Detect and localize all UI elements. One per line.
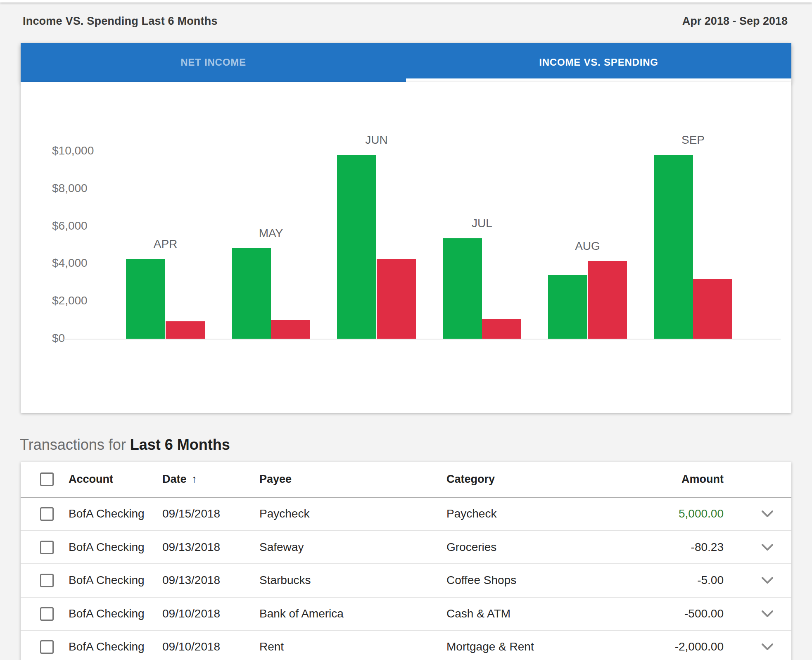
cell-amount: -5.00 (697, 564, 724, 597)
cell-category: Paycheck (446, 498, 496, 530)
bar-spending-may[interactable] (271, 320, 310, 339)
active-tab-indicator (406, 78, 791, 82)
column-header-account[interactable]: Account (69, 462, 113, 497)
bar-income-jun[interactable] (337, 155, 376, 339)
y-axis-tick-label: $10,000 (52, 145, 94, 157)
tab-income-vs-spending-label: INCOME VS. SPENDING (539, 57, 658, 68)
expand-chevron-icon[interactable] (761, 510, 774, 520)
bar-income-jul[interactable] (443, 238, 482, 339)
row-checkbox[interactable] (40, 507, 54, 521)
month-label-aug: AUG (575, 240, 600, 252)
cell-payee: Bank of America (259, 598, 344, 630)
expand-chevron-icon[interactable] (761, 544, 774, 553)
table-row[interactable]: BofA Checking09/15/2018PaycheckPaycheck5… (21, 498, 791, 531)
cell-amount: -80.23 (691, 531, 724, 564)
expand-chevron-icon[interactable] (761, 577, 774, 586)
tab-net-income-label: NET INCOME (180, 57, 246, 68)
row-checkbox[interactable] (40, 640, 54, 654)
y-axis-tick-label: $0 (52, 332, 65, 344)
table-row[interactable]: BofA Checking09/10/2018RentMortgage & Re… (21, 631, 791, 660)
cell-date: 09/15/2018 (162, 498, 220, 530)
y-axis-tick-label: $6,000 (52, 220, 88, 232)
table-row[interactable]: BofA Checking09/13/2018StarbucksCoffee S… (21, 564, 791, 598)
chart-tab-bar: NET INCOME INCOME VS. SPENDING (21, 43, 791, 82)
expand-chevron-icon[interactable] (761, 643, 774, 653)
income-vs-spending-chart: $0$2,000$4,000$6,000$8,000$10,000APRMAYJ… (21, 82, 791, 413)
table-row[interactable]: BofA Checking09/13/2018SafewayGroceries-… (21, 531, 791, 565)
bar-income-sep[interactable] (654, 155, 693, 339)
bar-income-apr[interactable] (126, 259, 165, 339)
cell-date: 09/10/2018 (162, 631, 220, 660)
column-header-payee[interactable]: Payee (259, 462, 292, 497)
cell-payee: Paycheck (259, 498, 309, 530)
cell-amount: -500.00 (684, 598, 724, 630)
transactions-heading-range: Last 6 Months (130, 436, 230, 453)
column-header-amount[interactable]: Amount (681, 462, 724, 497)
column-header-category[interactable]: Category (446, 462, 495, 497)
month-label-jun: JUN (365, 134, 387, 146)
cell-account: BofA Checking (69, 531, 145, 564)
cell-account: BofA Checking (69, 631, 145, 660)
cell-category: Mortgage & Rent (446, 631, 534, 660)
expand-chevron-icon[interactable] (761, 610, 774, 620)
row-checkbox[interactable] (40, 607, 54, 621)
cell-amount: 5,000.00 (679, 498, 724, 530)
cell-account: BofA Checking (69, 564, 145, 597)
page-title: Income VS. Spending Last 6 Months (23, 15, 218, 28)
row-checkbox[interactable] (40, 574, 54, 587)
transactions-table: Account Date↑ Payee Category Amount BofA… (21, 462, 791, 660)
y-axis-tick-label: $8,000 (52, 182, 88, 195)
top-app-bar-edge (0, 0, 812, 2)
y-axis-tick-label: $4,000 (52, 257, 88, 269)
cell-date: 09/13/2018 (162, 531, 220, 564)
row-checkbox[interactable] (40, 541, 54, 554)
select-all-checkbox[interactable] (40, 472, 54, 486)
cell-date: 09/13/2018 (162, 564, 220, 597)
transactions-heading: Transactions for Last 6 Months (20, 436, 230, 453)
cell-account: BofA Checking (69, 598, 145, 630)
cell-account: BofA Checking (69, 498, 145, 530)
bar-income-may[interactable] (232, 248, 271, 339)
transactions-heading-prefix: Transactions for (20, 436, 130, 453)
month-label-apr: APR (154, 238, 178, 250)
cell-date: 09/10/2018 (162, 598, 220, 630)
cell-category: Groceries (446, 531, 496, 564)
transactions-table-header: Account Date↑ Payee Category Amount (21, 462, 791, 498)
cell-amount: -2,000.00 (675, 631, 724, 660)
bar-income-aug[interactable] (548, 275, 587, 339)
month-label-sep: SEP (681, 134, 705, 146)
x-axis-baseline (62, 339, 781, 339)
bar-spending-apr[interactable] (166, 321, 205, 339)
bar-spending-aug[interactable] (588, 261, 627, 339)
month-label-may: MAY (259, 227, 283, 240)
sort-ascending-icon: ↑ (192, 473, 197, 485)
cell-payee: Rent (259, 631, 284, 660)
bar-spending-sep[interactable] (693, 279, 732, 339)
cell-payee: Safeway (259, 531, 304, 564)
tab-net-income[interactable]: NET INCOME (21, 43, 406, 82)
date-range-label: Apr 2018 - Sep 2018 (682, 15, 788, 28)
cell-category: Cash & ATM (446, 598, 510, 630)
tab-income-vs-spending[interactable]: INCOME VS. SPENDING (406, 43, 791, 82)
table-row[interactable]: BofA Checking09/10/2018Bank of AmericaCa… (21, 598, 791, 631)
bar-spending-jun[interactable] (377, 259, 416, 339)
month-label-jul: JUL (472, 217, 492, 230)
cell-payee: Starbucks (259, 564, 311, 597)
bar-spending-jul[interactable] (482, 319, 521, 339)
column-header-date[interactable]: Date↑ (162, 462, 197, 497)
y-axis-tick-label: $2,000 (52, 294, 88, 307)
cell-category: Coffee Shops (446, 564, 516, 597)
